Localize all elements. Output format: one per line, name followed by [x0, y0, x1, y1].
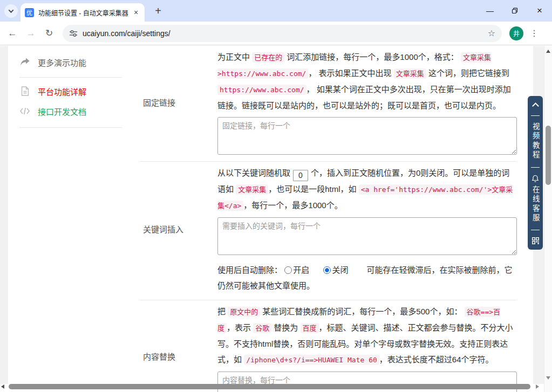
description-text: 从以下关键词随机取 — [217, 168, 290, 177]
qrcode-icon — [532, 237, 539, 244]
close-button[interactable]: × — [527, 0, 552, 22]
section-label: 关键词插入 — [139, 165, 217, 293]
bell-icon — [531, 175, 539, 182]
section-content: 把 原文中的 某些词汇替换成新的词汇，每行一个，最多500个，如： 谷歌==>百… — [217, 304, 517, 392]
restore-icon — [512, 8, 518, 14]
section-label: 固定链接 — [139, 49, 217, 155]
settings-form: 固定链接 为正文中 已存在的 词汇添加链接，每行一个，最多1000个，格式： 文… — [139, 46, 517, 392]
section-fixed-links: 固定链接 为正文中 已存在的 词汇添加链接，每行一个，最多1000个，格式： 文… — [139, 46, 517, 162]
description-text: ， 表示如果正文中出现 — [308, 68, 393, 78]
browser-tab[interactable]: 优 功能细节设置 - 自动文章采集器 × — [21, 3, 145, 22]
tab-search-button[interactable] — [4, 4, 18, 18]
tab-close-icon[interactable]: × — [132, 8, 140, 17]
window-controls: — × — [478, 0, 552, 22]
code-icon — [19, 107, 30, 115]
radio-on-icon[interactable] — [323, 266, 331, 274]
sidebar-item-more-demos[interactable]: 更多演示功能 — [19, 56, 122, 68]
chevron-up-icon — [532, 102, 539, 109]
browser-menu-icon[interactable]: ⋮ — [529, 28, 540, 38]
panel-divider — [531, 115, 540, 116]
forward-button: → — [24, 28, 38, 39]
section-content: 从以下关键词随机取个，插入到正文随机位置，为0则关闭。可以是单独的词语如 文章采… — [217, 165, 517, 293]
profile-avatar[interactable]: 井 — [509, 26, 523, 40]
tab-title: 功能细节设置 - 自动文章采集器 — [38, 8, 132, 17]
video-tutorial-label: 视频教程 — [531, 122, 539, 160]
page-left-gutter — [0, 46, 8, 384]
sidebar-item-label: 平台功能详解 — [38, 86, 86, 97]
description-text: ，也可以是一段html，如 — [268, 184, 359, 194]
section-label: 内容替换 — [139, 304, 217, 392]
bookmark-star-icon[interactable]: ☆ — [488, 28, 495, 38]
highlighted-code-text: /iphone\d+s?/i==>HUAWEI Mate 60 — [244, 355, 379, 365]
section-description: 为正文中 已存在的 词汇添加链接，每行一个，最多1000个，格式： 文章采集>h… — [217, 49, 517, 113]
browser-toolbar: ← → ↻ ucaiyun.com/caiji/settings/ ☆ 井 ⋮ — [0, 22, 552, 45]
url-text[interactable]: ucaiyun.com/caiji/settings/ — [83, 29, 488, 38]
highlighted-code-text: 已存在的 — [252, 52, 284, 63]
highlighted-code-text: 百度 — [301, 323, 319, 333]
fixed-links-textarea[interactable] — [217, 117, 517, 155]
video-tutorial-button[interactable]: 视频教程 — [531, 122, 539, 160]
scroll-left-arrow[interactable] — [1, 384, 4, 389]
document-icon — [19, 86, 30, 96]
site-favicon: 优 — [25, 8, 34, 17]
vertical-scrollbar[interactable] — [544, 46, 552, 392]
keyword-count-input[interactable] — [293, 170, 308, 181]
online-service-button[interactable]: 在线客服 — [531, 175, 539, 223]
horizontal-scrollbar-thumb[interactable] — [9, 384, 530, 389]
sidebar: 更多演示功能 平台功能详解 接口开发文档 — [19, 46, 122, 128]
highlighted-code-text: 文章采集 — [236, 184, 268, 195]
radio-label[interactable]: 开启 — [293, 265, 309, 274]
vertical-scrollbar-thumb[interactable] — [546, 126, 551, 185]
restore-button[interactable] — [502, 0, 527, 22]
panel-divider — [531, 167, 540, 168]
chevron-down-icon — [9, 8, 14, 13]
sidebar-item-label: 接口开发文档 — [38, 106, 86, 117]
description-text: 把 — [217, 307, 228, 316]
back-to-top-button[interactable] — [533, 102, 538, 108]
auto-delete-row: 使用后自动删除： 开启 关闭 可能存在轻微滞后，在实际被删除前，它仍然可能被其他… — [217, 262, 517, 293]
horizontal-scrollbar[interactable] — [0, 384, 544, 389]
scroll-down-arrow[interactable] — [546, 376, 550, 380]
highlighted-code-text: 文章采集 — [394, 68, 426, 79]
scroll-up-arrow[interactable] — [546, 50, 550, 53]
highlighted-code-text: 原文中的 — [228, 307, 260, 317]
radio-option-enable[interactable]: 开启 — [284, 265, 311, 274]
description-text: ，每行一个，最多1000个。 — [243, 201, 342, 210]
radio-label[interactable]: 关闭 — [332, 265, 348, 274]
online-service-label: 在线客服 — [531, 185, 539, 223]
floating-side-panel: 视频教程 在线客服 — [528, 96, 543, 250]
section-content-replace: 内容替换 把 原文中的 某些词汇替换成新的词汇，每行一个，最多500个，如： 谷… — [139, 300, 517, 392]
qrcode-button[interactable] — [532, 237, 539, 244]
scroll-right-arrow[interactable] — [536, 384, 539, 389]
new-tab-button[interactable]: + — [151, 4, 165, 18]
description-text: 某些词汇替换成新的词汇，每行一个，最多500个，如： — [260, 307, 464, 316]
site-settings-icon — [69, 29, 78, 38]
keywords-textarea[interactable] — [217, 217, 517, 255]
radio-off-icon[interactable] — [284, 266, 292, 274]
page-content: 更多演示功能 平台功能详解 接口开发文档 固定链接 — [0, 46, 552, 392]
back-button[interactable]: ← — [5, 28, 19, 39]
minimize-button[interactable]: — — [478, 0, 502, 22]
highlighted-code-text: 谷歌 — [253, 323, 271, 333]
description-text: 这个词，则把它链接到 — [426, 68, 509, 78]
address-bar[interactable]: ucaiyun.com/caiji/settings/ ☆ — [63, 25, 502, 42]
description-text: ，表示 — [227, 323, 253, 332]
reload-button[interactable]: ↻ — [42, 27, 56, 39]
description-text: ，表达式长度不超过64个字符。 — [379, 355, 494, 364]
sidebar-divider — [19, 127, 122, 128]
description-text: 替换为 — [271, 323, 300, 332]
section-content: 为正文中 已存在的 词汇添加链接，每行一个，最多1000个，格式： 文章采集>h… — [217, 49, 517, 155]
sidebar-item-platform-features[interactable]: 平台功能详解 — [19, 85, 122, 98]
highlighted-code-text: https://www.abc.com/ — [217, 85, 306, 95]
share-arrow-icon — [19, 58, 30, 66]
sidebar-item-label: 更多演示功能 — [38, 57, 86, 68]
section-description: 把 原文中的 某些词汇替换成新的词汇，每行一个，最多500个，如： 谷歌==>百… — [217, 304, 517, 368]
description-text: 为正文中 — [217, 52, 252, 61]
sidebar-divider — [19, 77, 122, 78]
panel-divider — [531, 230, 540, 230]
radio-option-disable[interactable]: 关闭 — [323, 265, 350, 274]
description-text: 词汇添加链接，每行一个，最多1000个，格式： — [284, 52, 461, 61]
browser-titlebar: 优 功能细节设置 - 自动文章采集器 × + — × — [0, 0, 552, 22]
sidebar-item-api-docs[interactable]: 接口开发文档 — [19, 105, 122, 118]
section-description: 从以下关键词随机取个，插入到正文随机位置，为0则关闭。可以是单独的词语如 文章采… — [217, 165, 517, 214]
